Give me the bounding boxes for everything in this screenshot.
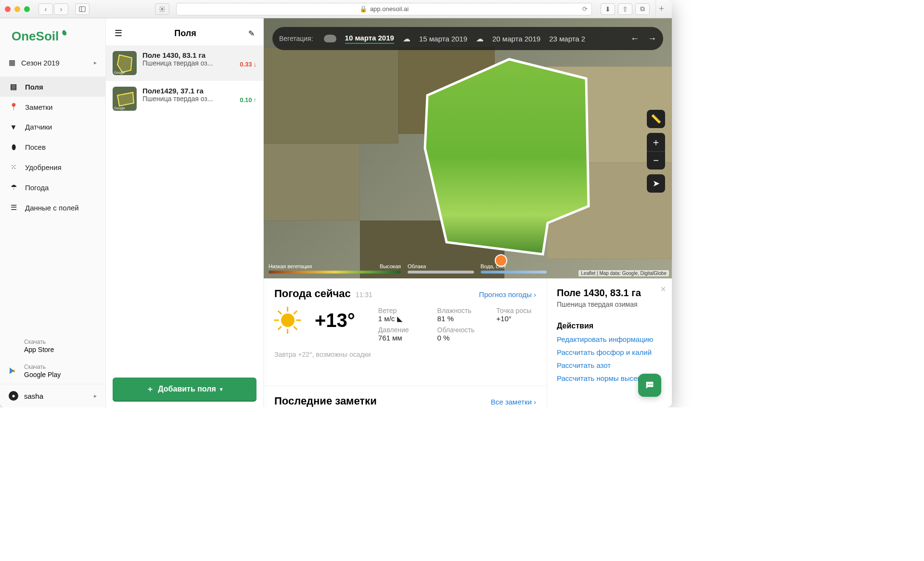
googleplay-link[interactable]: СкачатьGoogle Play: [0, 359, 105, 384]
weather-temp: +13°: [315, 307, 355, 334]
sidebar-toggle-button[interactable]: [75, 3, 90, 15]
tabs-button[interactable]: ⧉: [635, 3, 650, 15]
date-strip: Вегетация: 10 марта 2019 ☁ 15 марта 2019…: [272, 27, 663, 50]
url-text: app.onesoil.ai: [370, 5, 409, 13]
forecast-link[interactable]: Прогноз погоды ›: [479, 290, 536, 299]
field-crop: Пшеница твердая оз...: [142, 59, 234, 67]
nav-sowing[interactable]: ⬮Посев: [0, 137, 105, 157]
play-icon: [9, 366, 18, 377]
fields-icon: ▤: [9, 82, 18, 91]
plus-icon: ＋: [146, 384, 154, 394]
action-edit[interactable]: Редактировать информацию: [557, 335, 662, 343]
field-item[interactable]: Поле1429, 37.1 га Пшеница твердая оз... …: [106, 81, 263, 117]
field-title: Поле1429, 37.1 га: [142, 87, 234, 95]
date-option[interactable]: 10 марта 2019: [345, 34, 394, 44]
add-fields-button[interactable]: ＋ Добавить поля ▾: [113, 378, 257, 401]
downloads-button[interactable]: ⬇: [601, 3, 615, 15]
info-crop: Пшеница твердая озимая: [557, 300, 662, 308]
cloudiness-value: 0 %: [437, 334, 477, 342]
window-close[interactable]: [5, 6, 11, 12]
chat-icon: [644, 380, 655, 391]
arrow-down-icon: ↓: [254, 61, 257, 68]
locate-button[interactable]: ➤: [647, 174, 665, 193]
nav-fields[interactable]: ▤Поля: [0, 77, 105, 97]
action-nitrogen[interactable]: Рассчитать азот: [557, 361, 662, 369]
svg-marker-4: [117, 92, 134, 106]
svg-point-8: [650, 384, 651, 385]
address-bar[interactable]: 🔒 app.onesoil.ai ⟳: [176, 3, 592, 15]
nav-fertilizers[interactable]: ⁙Удобрения: [0, 157, 105, 177]
chat-button[interactable]: [638, 374, 661, 397]
fields-panel: ☰ Поля ✎ Поле 1430, 83.1 га Пшеница твер…: [106, 18, 264, 407]
cloud-icon: [324, 35, 336, 42]
close-icon[interactable]: ×: [660, 284, 666, 295]
field-item[interactable]: Поле 1430, 83.1 га Пшеница твердая оз...…: [106, 45, 263, 81]
zoom-out-button[interactable]: −: [647, 151, 665, 170]
sort-icon[interactable]: ☰: [115, 28, 122, 39]
user-menu[interactable]: ● sasha ▸: [0, 384, 105, 407]
date-option[interactable]: 15 марта 2019: [419, 35, 467, 43]
weather-time: 11:31: [356, 291, 372, 299]
nav-forward-button[interactable]: ›: [54, 3, 68, 15]
date-prev-button[interactable]: ←: [630, 34, 639, 44]
nav-sensors[interactable]: ▼Датчики: [0, 117, 105, 137]
user-name: sasha: [24, 392, 43, 400]
actions-heading: Действия: [557, 322, 662, 330]
nav-weather[interactable]: ☂Погода: [0, 177, 105, 197]
svg-marker-5: [425, 59, 589, 254]
field-thumbnail: [113, 51, 137, 75]
svg-point-9: [651, 384, 652, 385]
chevron-right-icon: ▸: [94, 392, 97, 399]
nav-back-button[interactable]: ‹: [38, 3, 53, 15]
sun-icon: [274, 307, 301, 334]
gear-icon: [159, 6, 166, 13]
main-content: Уз Баг Вегетация: 10 марта 2019 ☁ 15 мар…: [264, 18, 672, 407]
edit-icon[interactable]: ✎: [248, 29, 255, 38]
appstore-link[interactable]: СкачатьApp Store: [0, 334, 105, 359]
nav-notes[interactable]: 📍Заметки: [0, 97, 105, 117]
calendar-icon: ▦: [9, 58, 15, 67]
all-notes-link[interactable]: Все заметки ›: [491, 398, 536, 406]
settings-gear-button[interactable]: [155, 3, 169, 15]
lock-icon: 🔒: [359, 5, 367, 13]
season-selector[interactable]: ▦ Сезон 2019 ▸: [0, 52, 105, 73]
window-minimize[interactable]: [14, 6, 20, 12]
window-maximize[interactable]: [24, 6, 30, 12]
reload-icon[interactable]: ⟳: [582, 5, 588, 13]
nav-fielddata[interactable]: ☰Данные с полей: [0, 197, 105, 218]
panel-title: Поля: [122, 28, 248, 39]
dots-icon: ⁙: [9, 163, 18, 171]
notes-title: Последние заметки: [274, 395, 377, 407]
sensor-icon: ▼: [9, 123, 18, 131]
humidity-value: 81 %: [437, 314, 477, 323]
field-crop: Пшеница твердая оз...: [142, 95, 234, 103]
tomorrow-hint: Завтра +22°, возможны осадки: [274, 351, 380, 358]
zoom-in-button[interactable]: ＋: [647, 133, 665, 151]
action-pk[interactable]: Рассчитать фосфор и калий: [557, 348, 662, 356]
avatar: ●: [9, 391, 18, 401]
season-label: Сезон 2019: [21, 59, 60, 67]
date-option[interactable]: 23 марта 2: [549, 35, 585, 43]
leaf-icon: [60, 29, 68, 38]
brand-logo: OneSoil: [0, 18, 105, 52]
map[interactable]: Уз Баг Вегетация: 10 марта 2019 ☁ 15 мар…: [264, 18, 672, 278]
umbrella-icon: ☂: [9, 183, 18, 192]
arrow-up-icon: ↑: [254, 96, 257, 104]
field-outline: [413, 52, 596, 259]
datestrip-label: Вегетация:: [279, 35, 313, 42]
svg-marker-3: [117, 55, 132, 72]
pressure-value: 761 мм: [378, 334, 418, 342]
weather-panel: Погода сейчас 11:31 Прогноз погоды ›: [264, 279, 547, 380]
main-nav: OneSoil ▦ Сезон 2019 ▸ ▤Поля 📍Заметки ▼Д…: [0, 18, 106, 407]
field-title: Поле 1430, 83.1 га: [142, 51, 234, 59]
wind-value: 1 м/с ◣: [378, 314, 418, 323]
share-button[interactable]: ⇧: [618, 3, 632, 15]
measure-button[interactable]: 📏: [647, 110, 665, 128]
ndvi-metric: 0.10↑: [240, 87, 257, 104]
svg-rect-0: [79, 6, 85, 12]
new-tab-button[interactable]: +: [655, 0, 667, 18]
date-option[interactable]: 20 марта 2019: [492, 35, 540, 43]
date-next-button[interactable]: →: [648, 34, 656, 44]
stack-icon: ☰: [9, 203, 18, 212]
weather-title: Погода сейчас: [274, 287, 351, 300]
